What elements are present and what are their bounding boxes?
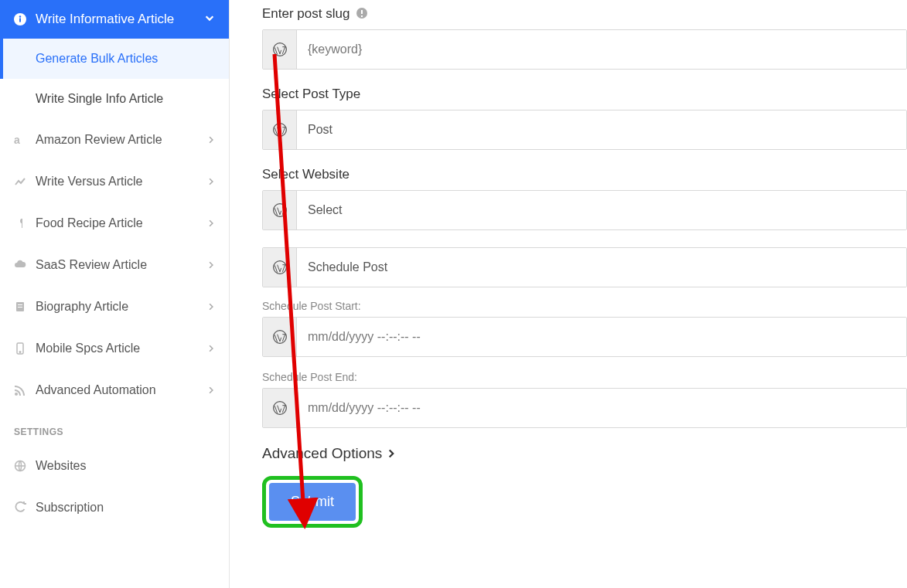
advanced-options-toggle[interactable]: Advanced Options [262, 445, 907, 462]
sidebar-item-label: Amazon Review Article [36, 133, 162, 147]
schedule-end-input[interactable] [297, 389, 906, 427]
sidebar-item-saas-review[interactable]: SaaS Review Article [0, 244, 229, 286]
website-group: Select [262, 190, 907, 230]
chevron-right-icon [207, 258, 215, 272]
sidebar-item-subscription[interactable]: Subscription [0, 487, 229, 529]
schedule-start-label: Schedule Post Start: [262, 300, 907, 312]
sidebar-item-label: Mobile Spcs Article [36, 342, 140, 355]
chevron-right-icon [207, 300, 215, 314]
sidebar-item-label: SaaS Review Article [36, 258, 147, 272]
sidebar-item-label: Write Versus Article [36, 175, 142, 189]
slug-input[interactable] [297, 30, 906, 69]
wordpress-icon [263, 30, 297, 69]
svg-point-8 [19, 352, 21, 353]
sidebar-item-label: Food Recipe Article [36, 216, 143, 230]
svg-rect-6 [18, 307, 22, 308]
mobile-icon [14, 342, 28, 355]
main-content: Enter post slug Select Post Type Post Se… [230, 0, 907, 588]
slug-label: Enter post slug [262, 6, 907, 22]
schedule-post-toggle[interactable]: Schedule Post [297, 248, 906, 287]
info-icon [14, 13, 28, 25]
schedule-end-group [262, 388, 907, 428]
sidebar-item-websites[interactable]: Websites [0, 445, 229, 487]
cloud-icon [14, 259, 28, 271]
sidebar-subitem-generate-bulk[interactable]: Generate Bulk Articles [0, 39, 229, 79]
chevron-down-icon [204, 12, 215, 27]
svg-point-1 [19, 15, 21, 17]
chevron-right-icon [387, 445, 396, 462]
sidebar-subitem-label: Write Single Info Article [36, 92, 163, 105]
food-icon [14, 217, 28, 229]
wordpress-icon [263, 191, 297, 229]
sidebar-item-versus-article[interactable]: Write Versus Article [0, 161, 229, 202]
svg-rect-2 [19, 19, 21, 22]
sidebar-item-biography[interactable]: Biography Article [0, 286, 229, 328]
svg-rect-13 [361, 10, 363, 14]
sidebar-subitem-write-single[interactable]: Write Single Info Article [0, 79, 229, 119]
globe-icon [14, 460, 28, 472]
svg-point-9 [15, 393, 18, 396]
post-type-group: Post [262, 110, 907, 150]
sidebar-item-label: Advanced Automation [36, 383, 156, 397]
sidebar-item-label: Websites [36, 459, 87, 473]
submit-button[interactable]: Submit [269, 483, 356, 521]
sidebar-item-label: Subscription [36, 501, 104, 515]
sidebar-header-label: Write Informative Article [36, 12, 174, 27]
slug-input-group [262, 29, 907, 70]
schedule-end-label: Schedule Post End: [262, 371, 907, 383]
rss-icon [14, 384, 28, 396]
sidebar-item-food-recipe[interactable]: Food Recipe Article [0, 202, 229, 244]
post-type-select[interactable]: Post [297, 110, 906, 149]
post-type-label: Select Post Type [262, 87, 907, 102]
chevron-right-icon [207, 133, 215, 147]
wordpress-icon [263, 318, 297, 356]
website-label: Select Website [262, 167, 907, 182]
svg-rect-5 [18, 304, 22, 305]
svg-rect-12 [361, 15, 363, 17]
amazon-icon: a [14, 134, 28, 146]
sidebar-header-write-informative[interactable]: Write Informative Article [0, 0, 229, 39]
submit-highlight: Submit [262, 476, 363, 528]
chevron-right-icon [207, 216, 215, 230]
website-select[interactable]: Select [297, 191, 906, 229]
sidebar-item-advanced-automation[interactable]: Advanced Automation [0, 369, 229, 411]
sidebar-item-amazon-review[interactable]: a Amazon Review Article [0, 119, 229, 161]
sidebar-item-mobile-specs[interactable]: Mobile Spcs Article [0, 328, 229, 369]
chevron-right-icon [207, 383, 215, 397]
document-icon [14, 301, 28, 313]
schedule-post-group: Schedule Post [262, 247, 907, 287]
sidebar-subitem-label: Generate Bulk Articles [36, 52, 158, 65]
svg-text:a: a [14, 134, 20, 146]
refresh-icon [14, 501, 28, 514]
sidebar-item-label: Biography Article [36, 300, 128, 314]
wordpress-icon [263, 110, 297, 149]
chart-icon [14, 175, 28, 188]
chevron-right-icon [207, 342, 215, 355]
wordpress-icon [263, 248, 297, 287]
sidebar-section-settings: SETTINGS [0, 411, 229, 445]
chevron-right-icon [207, 175, 215, 189]
sidebar: Write Informative Article Generate Bulk … [0, 0, 230, 588]
help-icon[interactable] [356, 7, 368, 22]
schedule-start-input[interactable] [297, 318, 906, 356]
wordpress-icon [263, 389, 297, 427]
schedule-start-group [262, 317, 907, 357]
